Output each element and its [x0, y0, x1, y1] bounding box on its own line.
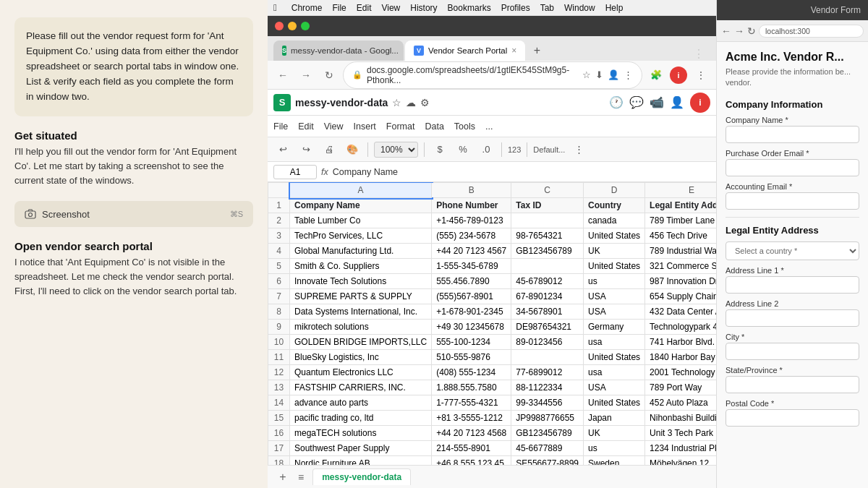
header-legal-address[interactable]: Legal Entity Addr... — [645, 198, 716, 213]
cell-address[interactable]: 789 Timber Lane — [645, 213, 716, 228]
meet-icon[interactable]: 📹 — [650, 95, 664, 109]
spreadsheet-grid[interactable]: A B C D E 1 Company Name Phone Number Ta… — [268, 182, 716, 465]
forward-btn[interactable]: → — [297, 66, 315, 85]
cell-country[interactable]: Japan — [584, 411, 645, 426]
cell-company[interactable]: mikrotech solutions — [290, 320, 432, 335]
cell-country[interactable]: United States — [584, 395, 645, 411]
cell-country[interactable]: canada — [584, 213, 645, 228]
menu-format[interactable]: Format — [386, 121, 415, 132]
hamburger-icon[interactable]: ≡ — [298, 471, 304, 483]
tab1-close-btn[interactable]: × — [403, 46, 404, 56]
address-bar[interactable]: 🔒 docs.google.com/spreadsheets/d/1gtlEK5… — [343, 61, 642, 89]
input-city[interactable] — [726, 343, 859, 360]
cell-country[interactable]: USA — [584, 289, 645, 304]
cell-tax[interactable]: 88-1122334 — [511, 380, 584, 395]
cell-country[interactable]: United States — [584, 350, 645, 365]
input-address2[interactable] — [726, 309, 859, 327]
currency-btn[interactable]: $ — [430, 140, 449, 159]
cell-address[interactable]: Nihonbashi Building... — [645, 411, 716, 426]
cell-address[interactable]: 456 Tech Drive — [645, 228, 716, 244]
cell-tax[interactable]: 89-0123456 — [511, 335, 584, 350]
cell-phone[interactable]: (408) 555-1234 — [432, 365, 511, 380]
zoom-select[interactable]: 100% 75% 50% — [374, 142, 418, 158]
font-family[interactable]: Default... — [533, 145, 565, 154]
cell-company[interactable]: advance auto parts — [290, 395, 432, 411]
cell-phone[interactable]: +1-678-901-2345 — [432, 304, 511, 320]
user-avatar[interactable]: i — [690, 93, 710, 113]
cell-tax[interactable]: 99-3344556 — [511, 395, 584, 411]
cell-tax[interactable]: SE556677-8899 — [511, 456, 584, 466]
download-icon[interactable]: ⬇ — [595, 69, 603, 80]
cell-phone[interactable]: (555) 234-5678 — [432, 228, 511, 244]
percent-btn[interactable]: % — [454, 140, 472, 159]
browser-menu-btn[interactable]: ⋮ — [693, 47, 705, 61]
redo-btn[interactable]: ↪ — [297, 140, 315, 159]
cell-tax[interactable]: 77-6899012 — [511, 365, 584, 380]
refresh-btn[interactable]: ↻ — [320, 66, 339, 85]
browser-options-btn[interactable]: ⋮ — [692, 66, 710, 85]
cell-company[interactable]: TechPro Services, LLC — [290, 228, 432, 244]
cell-country[interactable]: UK — [584, 426, 645, 441]
cell-address[interactable]: 1840 Harbor Bay P... — [645, 350, 716, 365]
cell-phone[interactable]: 510-555-9876 — [432, 350, 511, 365]
cell-address[interactable]: Möbelvägen 12 — [645, 456, 716, 466]
cell-address[interactable]: 987 Innovation Dri... — [645, 274, 716, 289]
cell-address[interactable]: 654 Supply Chain F... — [645, 289, 716, 304]
cell-phone[interactable]: +49 30 12345678 — [432, 320, 511, 335]
back-btn[interactable]: ← — [273, 66, 292, 85]
menu-edit[interactable]: Edit — [298, 121, 314, 132]
minimize-window-btn[interactable] — [288, 22, 297, 30]
menu-profiles[interactable]: Profiles — [501, 3, 530, 13]
select-country[interactable]: Select a country * — [726, 241, 859, 260]
cell-company[interactable]: Southwest Paper Supply — [290, 441, 432, 456]
star-icon[interactable]: ☆ — [392, 97, 401, 108]
cell-tax[interactable]: 45-6677889 — [511, 441, 584, 456]
cell-country[interactable]: us — [584, 441, 645, 456]
header-phone[interactable]: Phone Number — [432, 198, 511, 213]
cell-address[interactable]: 789 Industrial Way — [645, 244, 716, 259]
input-company-name[interactable] — [726, 126, 859, 143]
cell-company[interactable]: pacific trading co, ltd — [290, 411, 432, 426]
cell-phone[interactable]: +44 20 7123 4567 — [432, 244, 511, 259]
cell-country[interactable]: usa — [584, 365, 645, 380]
cell-company[interactable]: Innovate Tech Solutions — [290, 274, 432, 289]
menu-file[interactable]: File — [273, 121, 288, 132]
cell-phone[interactable]: 555-100-1234 — [432, 335, 511, 350]
history-icon[interactable]: 🕐 — [609, 95, 624, 109]
cell-address[interactable]: Unit 3 Tech Park — [645, 426, 716, 441]
cell-address[interactable]: 741 Harbor Blvd. — [645, 335, 716, 350]
profile-btn[interactable]: i — [670, 67, 687, 84]
vendor-refresh-btn[interactable]: ↻ — [747, 25, 756, 37]
menu-chrome[interactable]: Chrome — [292, 3, 323, 13]
cell-company[interactable]: FASTSHIP CARRIERS, INC. — [290, 380, 432, 395]
cell-tax[interactable] — [511, 259, 584, 274]
cell-country[interactable]: usa — [584, 335, 645, 350]
menu-insert[interactable]: Insert — [354, 121, 376, 132]
vendor-back-btn[interactable]: ← — [721, 25, 731, 37]
menu-tab[interactable]: Tab — [540, 3, 554, 13]
col-header-d[interactable]: D — [584, 183, 645, 198]
input-address1[interactable] — [726, 276, 859, 294]
cell-phone[interactable]: +44 20 7123 4568 — [432, 426, 511, 441]
cell-phone[interactable]: 1.888.555.7580 — [432, 380, 511, 395]
cell-country[interactable]: Sweden — [584, 456, 645, 466]
sheet-tab-messy[interactable]: messy-vendor-data — [312, 468, 411, 485]
cell-address[interactable]: 452 Auto Plaza — [645, 395, 716, 411]
cell-country[interactable]: United States — [584, 259, 645, 274]
screenshot-button[interactable]: Screenshot ⌘S — [14, 201, 253, 227]
cell-tax[interactable]: 45-6789012 — [511, 274, 584, 289]
cell-country[interactable]: UK — [584, 244, 645, 259]
cell-country[interactable]: USA — [584, 304, 645, 320]
menu-more[interactable]: ... — [485, 121, 493, 132]
cell-company[interactable]: Global Manufacturing Ltd. — [290, 244, 432, 259]
cell-company[interactable]: SUPREME PARTS & SUPPLY — [290, 289, 432, 304]
input-accounting-email[interactable] — [726, 192, 859, 210]
cell-company[interactable]: Table Lumber Co — [290, 213, 432, 228]
cell-tax[interactable]: GB123456789 — [511, 426, 584, 441]
cell-address[interactable]: 789 Port Way — [645, 380, 716, 395]
header-country[interactable]: Country — [584, 198, 645, 213]
cell-ref-input[interactable] — [273, 165, 317, 179]
cell-tax[interactable]: GB123456789 — [511, 244, 584, 259]
menu-history[interactable]: History — [410, 3, 437, 13]
cell-address[interactable]: 1234 Industrial Pkw... — [645, 441, 716, 456]
